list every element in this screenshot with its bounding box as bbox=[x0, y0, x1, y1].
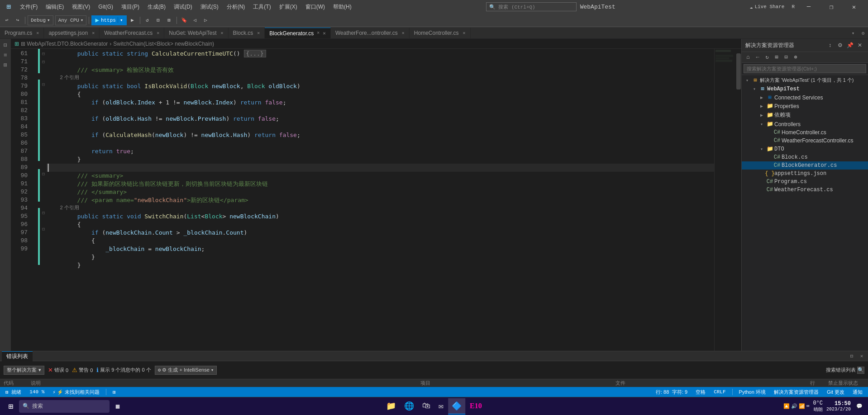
platform-dropdown[interactable]: Any CPU ▾ bbox=[55, 15, 87, 25]
menu-file[interactable]: 文件(F) bbox=[16, 1, 41, 13]
left-icon-2[interactable]: ≡ bbox=[1, 51, 10, 60]
tab-homecontroller[interactable]: HomeController.cs ✕ bbox=[410, 28, 471, 38]
panel-close-icon[interactable]: ✕ bbox=[857, 352, 866, 361]
tree-item-program-cs[interactable]: ▶ C# Program.cs bbox=[742, 178, 868, 186]
git-changes[interactable]: Git 更改 bbox=[825, 389, 846, 396]
tree-expand-dto[interactable]: ▾ bbox=[758, 146, 765, 152]
tree-expand-project[interactable]: ▾ bbox=[751, 86, 758, 92]
tab-settings-btn[interactable]: ⚙ bbox=[858, 28, 868, 38]
tab-pin-icon[interactable]: × bbox=[317, 31, 320, 36]
expand-icon-71[interactable]: ⊟ bbox=[42, 58, 45, 66]
se-sync-icon[interactable]: ↕ bbox=[825, 41, 835, 50]
tray-kb-icon[interactable]: ⌨ bbox=[806, 403, 810, 409]
left-icon-3[interactable]: ⊞ bbox=[1, 61, 10, 70]
restore-button[interactable]: ❐ bbox=[821, 0, 842, 14]
toolbar-run-alt[interactable]: ▶ bbox=[128, 15, 138, 25]
panel-float-icon[interactable]: ⊟ bbox=[847, 352, 856, 361]
search-box[interactable]: 🔍 搜索 (Ctrl+Q) bbox=[486, 2, 577, 11]
tab-weatherforecast[interactable]: WeatherForecast.cs ✕ bbox=[100, 28, 164, 38]
tree-item-block-cs[interactable]: ▶ C# Block.cs bbox=[742, 153, 868, 161]
start-button[interactable]: ⊞ bbox=[4, 399, 18, 414]
tab-close-icon[interactable]: ✕ bbox=[36, 30, 39, 36]
menu-test[interactable]: 测试(S) bbox=[197, 1, 222, 13]
status-scope-filter[interactable]: ⊞ bbox=[111, 389, 118, 395]
tree-expand-controllers[interactable]: ▾ bbox=[758, 122, 765, 127]
live-share-btn[interactable]: ☁Live Share bbox=[746, 3, 788, 11]
cursor-pos[interactable]: 行: 88 字符: 9 bbox=[654, 389, 689, 396]
tab-block-cs[interactable]: Block.cs ✕ bbox=[229, 28, 265, 38]
tab-appsettings[interactable]: appsettings.json ✕ bbox=[44, 28, 100, 38]
tree-item-dto[interactable]: ▾ 📁 DTO bbox=[742, 145, 868, 153]
error-count-btn[interactable]: ✕ 错误 0 bbox=[48, 367, 68, 373]
se-settings-icon[interactable]: ⚙ bbox=[835, 41, 844, 50]
tree-item-solution[interactable]: ▾ ⊞ 解决方案 'WebApiTest' (1 个项目，共 1 个) bbox=[742, 76, 868, 85]
build-intellisense-btn[interactable]: ⚙ ⚙ 生成 + IntelliSense ▾ bbox=[155, 366, 217, 375]
tree-item-weatherforecast-cs[interactable]: ▶ C# WeatherForecast.cs bbox=[742, 186, 868, 194]
se-toolbar-expand-all[interactable]: ⊞ bbox=[772, 53, 781, 62]
menu-build[interactable]: 生成(B) bbox=[144, 1, 169, 13]
solution-search-input[interactable] bbox=[744, 64, 866, 73]
task-view-btn[interactable]: ▦ bbox=[110, 399, 125, 414]
tree-item-properties[interactable]: ▶ 📁 Properties bbox=[742, 102, 868, 110]
python-env[interactable]: Python 环境 bbox=[737, 389, 768, 396]
taskbar-app-vs[interactable]: 🔷 bbox=[448, 398, 465, 415]
taskbar-app-mail[interactable]: ✉ bbox=[435, 398, 447, 415]
se-close-icon[interactable]: ✕ bbox=[855, 41, 864, 50]
weather-widget[interactable]: 0°C 晴朗 bbox=[813, 400, 823, 413]
menu-git[interactable]: Git(G) bbox=[95, 2, 117, 12]
menu-analyze[interactable]: 分析(N) bbox=[223, 1, 249, 13]
tab-program-cs[interactable]: Program.cs ✕ bbox=[0, 28, 44, 38]
se-toolbar-home[interactable]: ⌂ bbox=[744, 53, 753, 62]
tree-expand-solution[interactable]: ▾ bbox=[744, 78, 751, 83]
taskbar-app-files[interactable]: 📁 bbox=[382, 398, 400, 415]
se-pin-icon[interactable]: 📌 bbox=[845, 41, 854, 50]
close-button[interactable]: ✕ bbox=[844, 0, 864, 14]
git-branch-btn[interactable]: ⊞ 就绪 bbox=[4, 389, 23, 396]
taskbar-app-store[interactable]: 🛍 bbox=[419, 398, 434, 415]
se-toolbar-sync[interactable]: ↻ bbox=[763, 53, 772, 62]
tab-blockgenerator-cs[interactable]: BlockGenerator.cs × ✕ bbox=[265, 28, 331, 38]
menu-project[interactable]: 项目(P) bbox=[118, 1, 143, 13]
notifications[interactable]: 通知 bbox=[851, 389, 864, 396]
left-icon-1[interactable]: ⊟ bbox=[1, 41, 10, 50]
line-ending[interactable]: CRLF bbox=[712, 389, 727, 395]
taskbar-app-browser[interactable]: 🌐 bbox=[401, 398, 418, 415]
tab-overflow-btn[interactable]: ▾ bbox=[848, 28, 858, 38]
se-toolbar-back[interactable]: ← bbox=[753, 53, 762, 62]
tree-item-connected-services[interactable]: ▶ ⊞ Connected Services bbox=[742, 93, 868, 102]
error-list-tab[interactable]: 错误列表 bbox=[2, 351, 33, 361]
tab-close-icon[interactable]: ✕ bbox=[221, 30, 224, 36]
taskbar-app-e10[interactable]: E10 bbox=[466, 398, 486, 415]
scope-dropdown[interactable]: 整个解决方案 ▾ bbox=[4, 366, 44, 375]
toolbar-undo[interactable]: ↩ bbox=[2, 15, 12, 25]
tab-close-icon[interactable]: ✕ bbox=[463, 30, 466, 36]
tab-close-icon[interactable]: ✕ bbox=[92, 30, 95, 36]
expand-icon-89[interactable]: ⊟ bbox=[42, 170, 45, 178]
notification-btn[interactable]: 💬 bbox=[854, 402, 864, 410]
tree-expand-properties[interactable]: ▶ bbox=[758, 104, 765, 109]
expand-icon-78[interactable]: ⊟ bbox=[42, 80, 45, 89]
toolbar-btn-5[interactable]: ◁ bbox=[190, 15, 200, 25]
status-issues[interactable]: ⚡ ⚡ 未找到相关问题 bbox=[51, 389, 101, 396]
tree-item-homecontroller[interactable]: ▶ C# HomeController.cs bbox=[742, 128, 868, 137]
message-count-btn[interactable]: ℹ 展示 9 个消息中的 0 个 bbox=[96, 367, 151, 373]
tray-net-icon[interactable]: 📶 bbox=[799, 403, 805, 409]
tab-weathercontroller[interactable]: WeatherFore...ontroller.cs ✕ bbox=[331, 28, 410, 38]
toolbar-btn-6[interactable]: ▷ bbox=[201, 15, 211, 25]
toolbar-bookmark[interactable]: 🔖 bbox=[179, 15, 189, 25]
tree-item-dependencies[interactable]: ▶ 📁 依赖项 bbox=[742, 110, 868, 120]
warning-count-btn[interactable]: ⚠ 警告 0 bbox=[72, 367, 93, 373]
tab-close-icon[interactable]: ✕ bbox=[257, 30, 260, 36]
taskbar-search[interactable]: 🔍 搜索 bbox=[19, 400, 110, 413]
tree-expand-deps[interactable]: ▶ bbox=[758, 113, 765, 118]
toolbar-btn-2[interactable]: ⊟ bbox=[153, 15, 163, 25]
menu-tools[interactable]: 工具(T) bbox=[249, 1, 274, 13]
run-button[interactable]: ▶ https ▾ bbox=[91, 15, 126, 25]
scrollbar-thumb[interactable] bbox=[736, 53, 741, 90]
tray-up-icon[interactable]: 🔼 bbox=[783, 403, 790, 409]
vertical-scrollbar[interactable] bbox=[736, 49, 741, 351]
tab-close-icon[interactable]: ✕ bbox=[402, 30, 405, 36]
tree-expand-connected[interactable]: ▶ bbox=[758, 95, 765, 100]
tree-item-weatherforecastcontroller[interactable]: ▶ C# WeatherForecastController.cs bbox=[742, 137, 868, 145]
tree-item-controllers[interactable]: ▾ 📁 Controllers bbox=[742, 120, 868, 128]
